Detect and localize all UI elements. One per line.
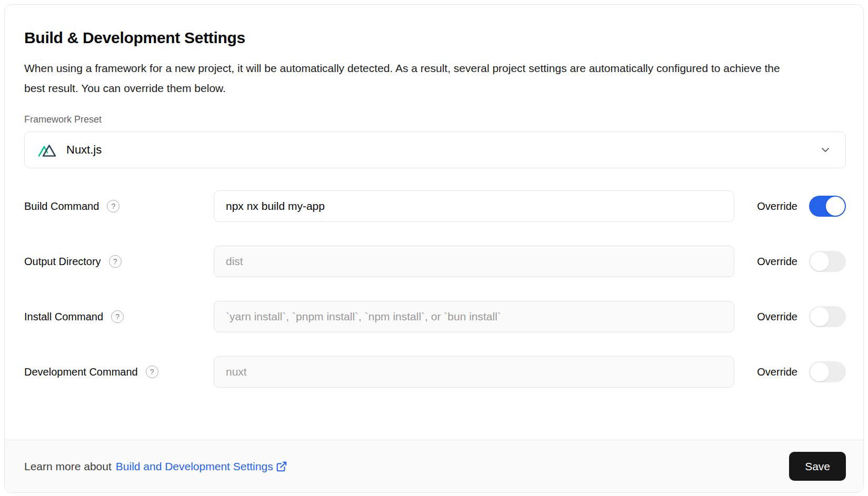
toggle-knob	[810, 252, 829, 271]
help-icon[interactable]: ?	[109, 255, 122, 268]
help-glyph: ?	[150, 368, 154, 376]
override-label: Override	[757, 256, 797, 268]
framework-preset-label: Framework Preset	[24, 114, 846, 125]
output-directory-override: Override	[757, 251, 846, 272]
help-glyph: ?	[113, 258, 117, 265]
save-button[interactable]: Save	[789, 452, 846, 481]
override-label: Override	[757, 366, 797, 378]
learn-more-prefix: Learn more about	[24, 460, 112, 473]
learn-more-link[interactable]: Build and Development Settings	[116, 460, 287, 473]
description-text: When using a framework for a new project…	[24, 58, 803, 98]
chevron-down-icon	[819, 144, 832, 156]
settings-rows: Build Command ? Override Output Director…	[24, 190, 846, 388]
install-command-label-col: Install Command ?	[24, 310, 214, 323]
framework-preset-select[interactable]: Nuxt.js	[24, 131, 846, 168]
help-icon[interactable]: ?	[111, 310, 124, 323]
help-icon[interactable]: ?	[146, 366, 158, 378]
override-label: Override	[757, 200, 797, 212]
output-directory-override-toggle[interactable]	[809, 251, 846, 272]
development-command-input	[214, 356, 734, 388]
build-command-override-toggle[interactable]	[809, 196, 846, 217]
card-body: Build & Development Settings When using …	[5, 5, 863, 411]
install-command-row: Install Command ? Override	[24, 301, 846, 332]
development-command-override-toggle[interactable]	[809, 361, 846, 382]
card-footer: Learn more about Build and Development S…	[5, 440, 863, 492]
build-command-input[interactable]	[214, 190, 734, 222]
nuxt-logo-icon	[37, 143, 58, 157]
install-command-override: Override	[757, 306, 846, 327]
output-directory-input	[214, 246, 734, 277]
toggle-knob	[810, 362, 829, 381]
framework-preset-value: Nuxt.js	[66, 143, 102, 157]
development-command-label-col: Development Command ?	[24, 366, 214, 378]
page-title: Build & Development Settings	[24, 29, 846, 47]
output-directory-row: Output Directory ? Override	[24, 246, 846, 277]
build-command-row: Build Command ? Override	[24, 190, 846, 222]
install-command-override-toggle[interactable]	[809, 306, 846, 327]
output-directory-label: Output Directory	[24, 256, 101, 268]
help-glyph: ?	[111, 203, 115, 210]
development-command-row: Development Command ? Override	[24, 356, 846, 388]
build-command-label-col: Build Command ?	[24, 200, 214, 212]
learn-more-text: Learn more about Build and Development S…	[24, 460, 287, 473]
build-settings-card: Build & Development Settings When using …	[4, 4, 864, 493]
help-icon[interactable]: ?	[107, 200, 119, 212]
build-command-label: Build Command	[24, 200, 99, 212]
development-command-label: Development Command	[24, 366, 138, 378]
toggle-knob	[810, 307, 829, 326]
override-label: Override	[757, 311, 797, 323]
install-command-label: Install Command	[24, 311, 103, 323]
install-command-input	[214, 301, 734, 332]
learn-more-link-label: Build and Development Settings	[116, 460, 273, 473]
toggle-knob	[826, 197, 845, 216]
build-command-override: Override	[757, 196, 846, 217]
output-directory-label-col: Output Directory ?	[24, 255, 214, 268]
development-command-override: Override	[757, 361, 846, 382]
external-link-icon	[276, 461, 287, 472]
help-glyph: ?	[115, 313, 119, 320]
